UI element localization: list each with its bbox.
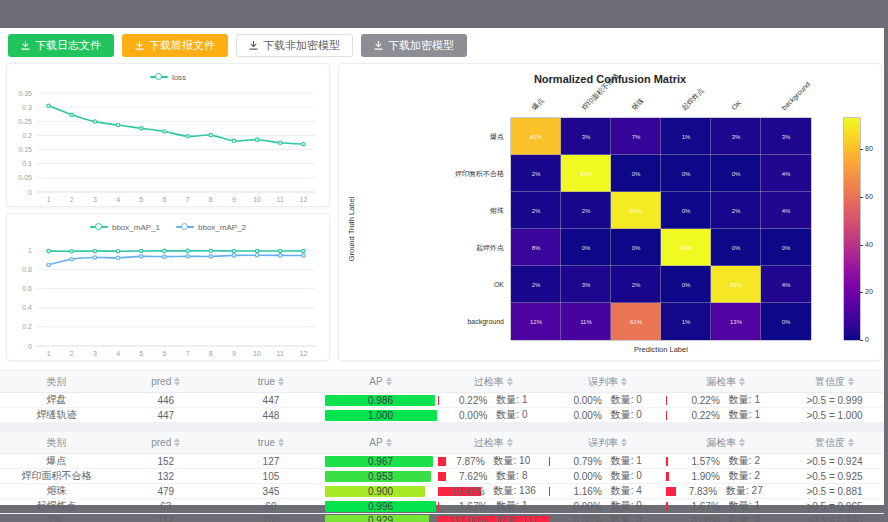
column-label: 熔珠	[630, 96, 646, 112]
misjudge-bar	[549, 487, 550, 496]
column-header-AP[interactable]: AP	[324, 432, 438, 454]
sort-icon[interactable]	[507, 377, 513, 386]
miss-bar	[666, 457, 668, 466]
overkill-bar	[438, 457, 447, 466]
svg-text:0.35: 0.35	[18, 90, 32, 97]
matrix-cell: 0%	[561, 229, 611, 266]
download-button-3[interactable]: 下载非加密模型	[236, 34, 353, 57]
legend-label: loss	[172, 73, 186, 82]
sort-icon[interactable]	[507, 438, 513, 447]
svg-text:1: 1	[28, 247, 32, 254]
sort-icon[interactable]	[386, 377, 392, 386]
row-label: 焊印面积不合格	[339, 155, 504, 192]
legend-item-bbox_mAP_1[interactable]: bbox_mAP_1	[90, 223, 160, 232]
overkill-cell: 0.00%数量: 0	[438, 408, 549, 423]
matrix-cell: 93%	[561, 155, 611, 192]
row-label: 爆点	[339, 118, 504, 155]
summary-table-1: 类别predtrueAP过检率误判率漏检率置信度焊盘4464470.9860.2…	[0, 370, 884, 423]
column-header-过检率[interactable]: 过检率	[438, 371, 549, 393]
true-cell: 127	[218, 454, 323, 469]
sort-icon[interactable]	[174, 377, 180, 386]
table-row: 熔珠4793450.90039.42%数量: 1361.16%数量: 47.83…	[0, 484, 884, 499]
pred-cell: 446	[113, 393, 218, 408]
header-label: 类别	[47, 436, 67, 450]
svg-text:0.6: 0.6	[22, 285, 32, 292]
column-header-过检率[interactable]: 过检率	[438, 432, 549, 454]
header-label: 误判率	[588, 436, 618, 450]
sort-icon[interactable]	[621, 438, 627, 447]
svg-text:0.4: 0.4	[22, 304, 32, 311]
sort-icon[interactable]	[739, 438, 745, 447]
column-header-pred[interactable]: pred	[113, 371, 218, 393]
header-label: 过检率	[474, 436, 504, 450]
metrics-tables: 类别predtrueAP过检率误判率漏检率置信度焊盘4464470.9860.2…	[0, 370, 884, 522]
legend-label: bbox_mAP_2	[198, 223, 246, 232]
column-header-置信度[interactable]: 置信度	[785, 371, 884, 393]
column-header-true[interactable]: true	[218, 432, 323, 454]
matrix-cell: 2%	[711, 192, 761, 229]
sort-icon[interactable]	[621, 377, 627, 386]
legend-item-loss[interactable]: loss	[150, 73, 186, 82]
column-header-类别: 类别	[0, 432, 113, 454]
download-button-2[interactable]: 下载简报文件	[122, 34, 228, 57]
true-cell: 447	[218, 393, 323, 408]
header-label: 类别	[47, 375, 67, 389]
svg-text:11: 11	[277, 350, 284, 357]
header-label: 漏检率	[706, 375, 736, 389]
matrix-cell: 0%	[661, 266, 711, 303]
pred-cell: 447	[113, 408, 218, 423]
column-header-误判率[interactable]: 误判率	[549, 432, 667, 454]
row-label: 熔珠	[339, 192, 504, 229]
column-header-true[interactable]: true	[218, 371, 323, 393]
sort-icon[interactable]	[386, 438, 392, 447]
svg-text:7: 7	[186, 350, 190, 357]
download-button-4[interactable]: 下载加密模型	[361, 34, 467, 57]
column-header-pred[interactable]: pred	[113, 432, 218, 454]
overkill-cell: 7.62%数量: 8	[438, 469, 549, 484]
class-name-cell: 爆点	[0, 454, 113, 469]
loss-chart-card: loss00.050.10.150.20.250.30.351234567891…	[6, 63, 330, 207]
column-header-漏检率[interactable]: 漏检率	[666, 432, 784, 454]
overkill-bar	[438, 472, 446, 481]
sort-icon[interactable]	[739, 377, 745, 386]
true-cell: 345	[218, 484, 323, 499]
matrix-cell: 1%	[661, 118, 711, 155]
svg-text:0.3: 0.3	[22, 104, 32, 111]
matrix-cell: 2%	[511, 155, 561, 192]
column-header-置信度[interactable]: 置信度	[785, 432, 884, 454]
sort-icon[interactable]	[848, 438, 854, 447]
class-name-cell: 焊缝轨迹	[0, 408, 113, 423]
matrix-cell: 1%	[661, 303, 711, 340]
summary-table-2: 类别predtrueAP过检率误判率漏检率置信度爆点1521270.9677.8…	[0, 431, 884, 522]
confidence-cell: >0.5 = 0.999	[785, 393, 884, 408]
matrix-cell: 0%	[711, 229, 761, 266]
misjudge-cell: 0.00%数量: 0	[549, 469, 667, 484]
svg-text:1: 1	[47, 196, 51, 203]
class-name-cell: 起焊炸点	[0, 499, 113, 514]
matrix-cell: 2%	[511, 266, 561, 303]
column-header-AP[interactable]: AP	[324, 371, 438, 393]
sort-icon[interactable]	[848, 377, 854, 386]
row-label: 起焊炸点	[339, 229, 504, 266]
matrix-cell: 0%	[761, 303, 811, 340]
header-label: pred	[151, 437, 171, 448]
row-label: background	[339, 303, 504, 340]
sort-icon[interactable]	[278, 438, 284, 447]
miss-cell: 1.67%数量: 1	[666, 499, 784, 514]
legend-item-bbox_mAP_2[interactable]: bbox_mAP_2	[176, 223, 246, 232]
download-icon	[21, 41, 30, 50]
download-icon	[374, 41, 383, 50]
column-header-误判率[interactable]: 误判率	[549, 371, 667, 393]
matrix-cell: 8%	[511, 229, 561, 266]
download-button-1[interactable]: 下载日志文件	[8, 34, 114, 57]
sort-icon[interactable]	[278, 377, 284, 386]
svg-text:5: 5	[139, 350, 143, 357]
left-chart-column: loss00.050.10.150.20.250.30.351234567891…	[6, 63, 330, 361]
svg-text:6: 6	[162, 196, 166, 203]
sort-icon[interactable]	[174, 438, 180, 447]
download-icon	[249, 41, 258, 50]
svg-text:10: 10	[253, 350, 261, 357]
colorbar-tick: 60	[865, 193, 873, 200]
column-header-漏检率[interactable]: 漏检率	[666, 371, 784, 393]
svg-text:5: 5	[139, 196, 143, 203]
